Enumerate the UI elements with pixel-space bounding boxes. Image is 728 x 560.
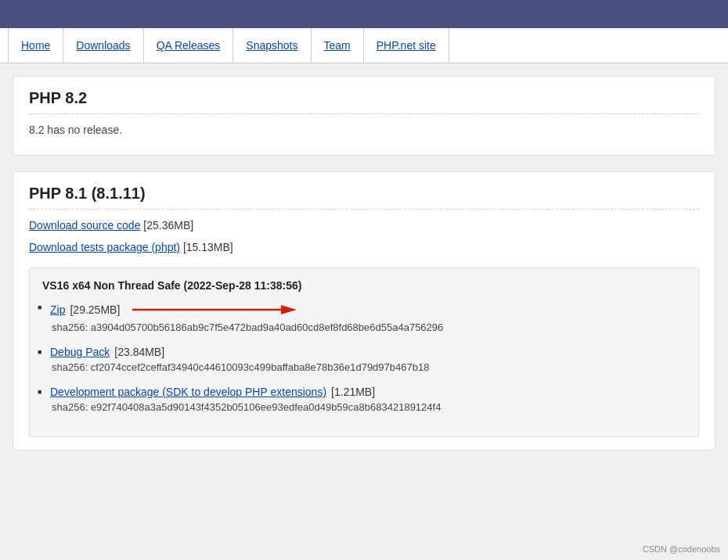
nav-snapshots[interactable]: Snapshots: [233, 28, 311, 63]
package-sdk: Development package (SDK to develop PHP …: [42, 386, 686, 413]
nav-phpnet[interactable]: PHP.net site: [364, 28, 449, 63]
nav-team[interactable]: Team: [312, 28, 364, 63]
php82-title: PHP 8.2: [29, 89, 699, 114]
sdk-sha256: sha256: e92f740408a3a5d90143f4352b05106e…: [50, 401, 686, 413]
sdk-row: Development package (SDK to develop PHP …: [50, 386, 686, 398]
source-download-link[interactable]: Download source code: [29, 219, 140, 232]
zip-size: [29.25MB]: [70, 303, 120, 316]
red-arrow-icon: [132, 301, 305, 318]
top-bar: [0, 0, 728, 28]
zip-sha256: sha256: a3904d05700b56186ab9c7f5e472bad9…: [50, 321, 686, 333]
nav-qa-releases[interactable]: QA Releases: [144, 28, 234, 63]
sdk-size: [1.21MB]: [331, 386, 375, 398]
php81-title: PHP 8.1 (8.1.11): [29, 185, 699, 210]
source-size-text: [25.36MB]: [143, 219, 193, 232]
build-heading: VS16 x64 Non Thread Safe (2022-Sep-28 11…: [42, 279, 686, 292]
php82-no-release: 8.2 has no release.: [29, 124, 699, 136]
php82-card: PHP 8.2 8.2 has no release.: [13, 76, 715, 156]
zip-link[interactable]: Zip: [50, 303, 65, 316]
package-list: Zip [29.25MB] sha256: a3904d05700b56186a…: [42, 301, 686, 413]
tests-size-val: [15.13MB]: [183, 241, 233, 253]
nav-bar: Home Downloads QA Releases Snapshots Tea…: [0, 28, 728, 63]
php81-card: PHP 8.1 (8.1.11) Download source code [2…: [13, 171, 715, 451]
debug-sha256: sha256: cf2074ccef2ceffaf34940c44610093c…: [50, 361, 686, 373]
source-download-row: Download source code [25.36MB]: [29, 219, 699, 235]
nav-home[interactable]: Home: [8, 28, 63, 63]
sdk-link[interactable]: Development package (SDK to develop PHP …: [50, 386, 326, 398]
svg-marker-1: [281, 305, 297, 314]
debug-size: [23.84MB]: [114, 346, 164, 358]
debug-row: Debug Pack [23.84MB]: [50, 346, 686, 358]
build-section: VS16 x64 Non Thread Safe (2022-Sep-28 11…: [29, 267, 699, 437]
main-content: PHP 8.2 8.2 has no release. PHP 8.1 (8.1…: [0, 63, 728, 479]
tests-download-link[interactable]: Download tests package (phpt): [29, 241, 180, 253]
package-debug: Debug Pack [23.84MB] sha256: cf2074ccef2…: [42, 346, 686, 373]
tests-download-row: Download tests package (phpt) [15.13MB]: [29, 241, 699, 257]
zip-row: Zip [29.25MB]: [50, 301, 686, 318]
debug-link[interactable]: Debug Pack: [50, 346, 110, 358]
nav-downloads[interactable]: Downloads: [63, 28, 143, 63]
package-zip: Zip [29.25MB] sha256: a3904d05700b56186a…: [42, 301, 686, 333]
